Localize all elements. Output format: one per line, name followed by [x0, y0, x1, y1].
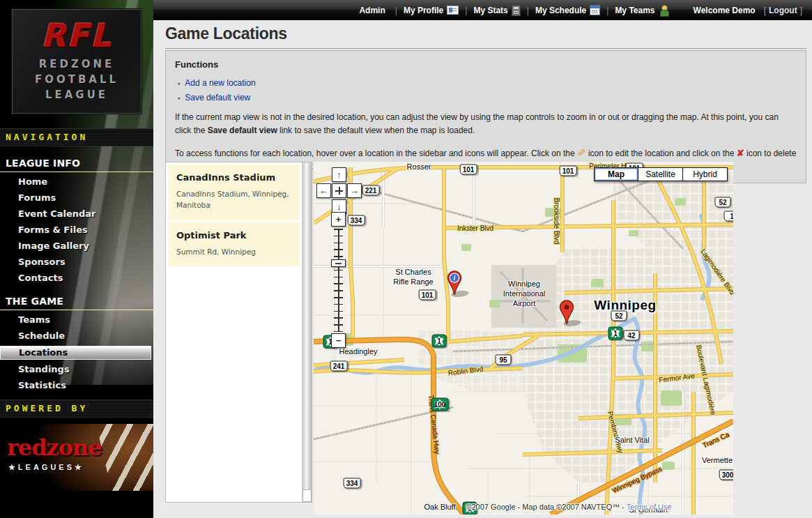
sidebar-item-standings[interactable]: Standings — [0, 363, 153, 376]
powered-by-banner: POWERED BY — [0, 399, 153, 418]
calculator-icon — [512, 5, 521, 16]
terms-of-use-link[interactable]: Terms of Use — [627, 503, 672, 511]
sidebar-item-forums[interactable]: Forums — [0, 192, 153, 204]
sidebar-item-home[interactable]: Home — [0, 176, 153, 188]
page-header: Game Locations — [165, 24, 806, 49]
map-road-label: Inkster Blvd — [457, 224, 493, 232]
topbar-item-my-teams[interactable]: My Teams — [615, 5, 668, 16]
highway-shield-334: 334 — [344, 478, 361, 489]
sidebar-item-sponsors[interactable]: Sponsors — [0, 256, 153, 268]
map-type-hybrid[interactable]: Hybrid — [683, 167, 728, 181]
scrollbar-thumb[interactable] — [302, 489, 312, 502]
map-place-label: Saint Vital — [615, 436, 649, 444]
location-list-scrollbar[interactable] — [302, 162, 312, 502]
topbar-item-admin[interactable]: Admin — [359, 6, 388, 15]
map-zoom-out-button[interactable]: − — [331, 333, 346, 348]
redzone-leagues-text: ★LEAGUES★ — [8, 463, 84, 472]
map-label-line: Winnipeg — [503, 280, 546, 289]
sidebar-item-statistics[interactable]: Statistics — [0, 379, 153, 392]
profile-card-icon — [447, 6, 459, 15]
delete-x-icon — [737, 148, 744, 158]
redzone-leagues-logo: redzone ★LEAGUES★ — [0, 424, 153, 491]
topbar-item-label: My Profile — [404, 6, 443, 15]
shield-number: 101 — [463, 166, 475, 174]
shield-number: 95 — [499, 356, 507, 364]
map-road-label: Trans Ca — [701, 430, 730, 449]
map-type-satellite[interactable]: Satellite — [638, 167, 683, 181]
rfl-logo-acronym: RFL — [41, 20, 112, 52]
topbar-item-label: Admin — [359, 6, 385, 15]
topbar-item-my-stats[interactable]: My Stats — [473, 5, 520, 16]
paragraph-text: link to save the default view when the m… — [277, 125, 475, 135]
highway-shield-42: 42 — [624, 330, 640, 341]
shield-number: 334 — [351, 217, 362, 224]
map-zoom-slider-track[interactable] — [334, 229, 343, 332]
highway-shield-52: 52 — [611, 311, 627, 321]
map-labels-layer: RosserPerimeter HwyInkster BlvdBrookside… — [314, 162, 733, 515]
highway-shield-101: 101 — [460, 165, 477, 175]
topbar-item-my-profile[interactable]: My Profile — [404, 6, 459, 15]
map-zoom-in-button[interactable]: + — [331, 212, 346, 227]
highway-shield-300: 300 — [719, 470, 733, 480]
instructions-paragraph-1: If the current map view is not in the de… — [175, 111, 797, 137]
logout-group: [ Logout ] — [764, 6, 802, 15]
redzone-logo-text: redzone — [7, 436, 102, 459]
sidebar-item-schedule[interactable]: Schedule — [0, 330, 153, 342]
sidebar-item-contacts[interactable]: Contacts — [0, 272, 153, 284]
location-card-canadinns-stadium[interactable]: CanadInns StadiumCanadInns Stadium, Winn… — [168, 165, 300, 220]
highway-shield-101: 101 — [419, 290, 436, 300]
sidebar-item-locations[interactable]: Locations — [0, 346, 151, 360]
map-place-label: St CharlesRifle Range — [393, 268, 433, 287]
map-recenter-button[interactable] — [332, 183, 346, 198]
location-name: Optimist Park — [176, 230, 291, 241]
calendar-icon — [590, 5, 600, 15]
map-canvas[interactable]: RosserPerimeter HwyInkster BlvdBrookside… — [314, 162, 733, 515]
save-default-view-link[interactable]: Save default view — [185, 91, 250, 105]
bullet-icon: ▪ — [178, 79, 180, 89]
topbar-nav: Admin|My Profile|My Stats|My Schedule|My… — [353, 5, 675, 16]
add-location-link[interactable]: Add a new location — [185, 77, 255, 90]
separator: | — [465, 6, 467, 15]
shield-number: 300 — [722, 471, 733, 479]
map-marker-1[interactable]: i — [447, 271, 462, 296]
function-link-row: ▪ Add a new location — [178, 77, 797, 90]
shield-number: 100 — [434, 401, 446, 409]
highway-shield-241: 241 — [330, 361, 348, 372]
function-link-row: ▪ Save default view — [178, 91, 797, 105]
functions-title: Functions — [175, 58, 797, 72]
highway-shield-100: 100 — [431, 398, 449, 411]
location-address: Summit Rd, Winnipeg — [176, 247, 291, 258]
bracket: ] — [800, 6, 802, 15]
logout-link[interactable]: Logout — [769, 6, 797, 15]
copyright-text: ©2007 Google - Map data ©2007 NAVTEQ™ - — [466, 503, 626, 511]
map-place-label: WinnipegInternationalAirport — [503, 280, 546, 308]
map-type-map[interactable]: Map — [594, 167, 638, 181]
map-copyright: ©2007 Google - Map data ©2007 NAVTEQ™ - … — [404, 503, 733, 511]
highway-shield-1: 1 — [608, 327, 623, 340]
location-address: CanadInns Stadium, Winnipeg, Manitoba — [176, 189, 291, 211]
location-list-panel: CanadInns StadiumCanadInns Stadium, Winn… — [165, 162, 312, 503]
sidebar-item-event-calendar[interactable]: Event Calendar — [0, 208, 153, 220]
shield-number: 101 — [562, 167, 574, 175]
map-zoom-slider-thumb[interactable] — [331, 259, 346, 267]
shield-number: 101 — [422, 291, 434, 299]
rfl-logo-line: LEAGUE — [45, 88, 108, 103]
location-name: CanadInns Stadium — [176, 172, 291, 183]
map-pan-left-button[interactable]: ← — [316, 183, 331, 198]
edit-pencil-icon — [577, 148, 586, 158]
sidebar-item-image-gallery[interactable]: Image Gallery — [0, 240, 153, 252]
sidebar-item-forms-files[interactable]: Forms & Files — [0, 224, 153, 236]
shield-number: 334 — [346, 480, 358, 487]
topbar-item-my-schedule[interactable]: My Schedule — [535, 5, 600, 15]
paragraph-text: icon to edit the location and click on t… — [586, 148, 737, 158]
location-card-optimist-park[interactable]: Optimist ParkSummit Rd, Winnipeg — [168, 222, 300, 267]
highway-shield-101: 101 — [560, 166, 577, 176]
rfl-logo-line: REDZONE — [39, 57, 115, 73]
highway-shield-334: 334 — [348, 215, 365, 226]
map-pan-up-button[interactable]: ↑ — [332, 167, 346, 182]
sidebar-item-teams[interactable]: Teams — [0, 314, 153, 326]
sidebar-section-title-league-info: LEAGUE INFO — [0, 156, 153, 172]
map-marker-2[interactable] — [559, 300, 574, 325]
map-pan-right-button[interactable]: → — [347, 183, 362, 198]
map-road-label: Roblin Blvd — [447, 365, 484, 376]
